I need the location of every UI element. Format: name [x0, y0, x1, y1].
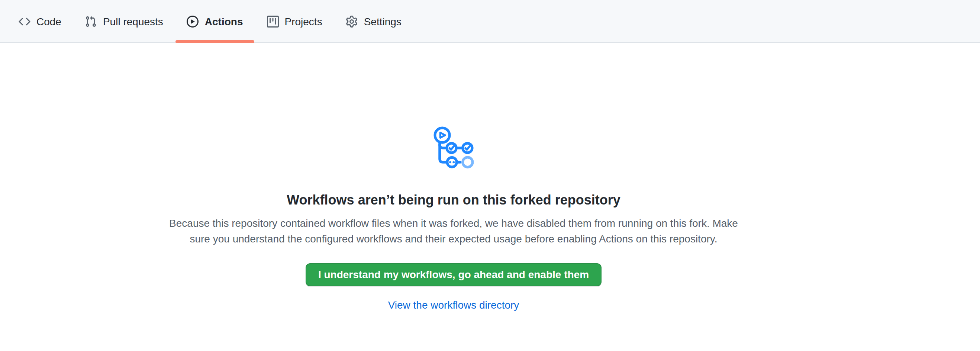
project-icon: [267, 15, 279, 27]
code-icon: [19, 15, 30, 27]
blankslate-heading: Workflows aren’t being run on this forke…: [0, 191, 907, 210]
actions-blankslate: Workflows aren’t being run on this forke…: [0, 126, 907, 311]
repo-tab-nav: Code Pull requests Actions Projects Sett: [0, 0, 980, 43]
tab-pull-requests[interactable]: Pull requests: [74, 0, 174, 42]
workflow-graph-icon: [433, 126, 474, 169]
workflows-link-row: View the workflows directory: [0, 298, 907, 311]
workflow-illustration-wrap: [0, 126, 907, 172]
tab-projects[interactable]: Projects: [256, 0, 334, 42]
description-line: sure you understand the configured workf…: [0, 231, 907, 247]
tab-label: Projects: [285, 15, 322, 27]
play-circle-icon: [187, 15, 199, 27]
tab-settings[interactable]: Settings: [335, 0, 413, 42]
description-line: Because this repository contained workfl…: [0, 216, 907, 231]
tab-label: Pull requests: [103, 15, 163, 27]
tab-label: Actions: [205, 15, 243, 27]
tab-label: Settings: [364, 15, 401, 27]
tab-actions[interactable]: Actions: [176, 0, 254, 42]
gear-icon: [346, 15, 358, 27]
blankslate-description: Because this repository contained workfl…: [0, 216, 907, 247]
enable-button-row: I understand my workflows, go ahead and …: [0, 263, 907, 286]
page: Code Pull requests Actions Projects Sett: [0, 0, 980, 351]
tab-code[interactable]: Code: [8, 0, 73, 42]
tab-label: Code: [37, 15, 61, 27]
enable-workflows-button[interactable]: I understand my workflows, go ahead and …: [305, 263, 601, 286]
pull-request-icon: [85, 15, 97, 27]
view-workflows-directory-link[interactable]: View the workflows directory: [388, 299, 519, 311]
